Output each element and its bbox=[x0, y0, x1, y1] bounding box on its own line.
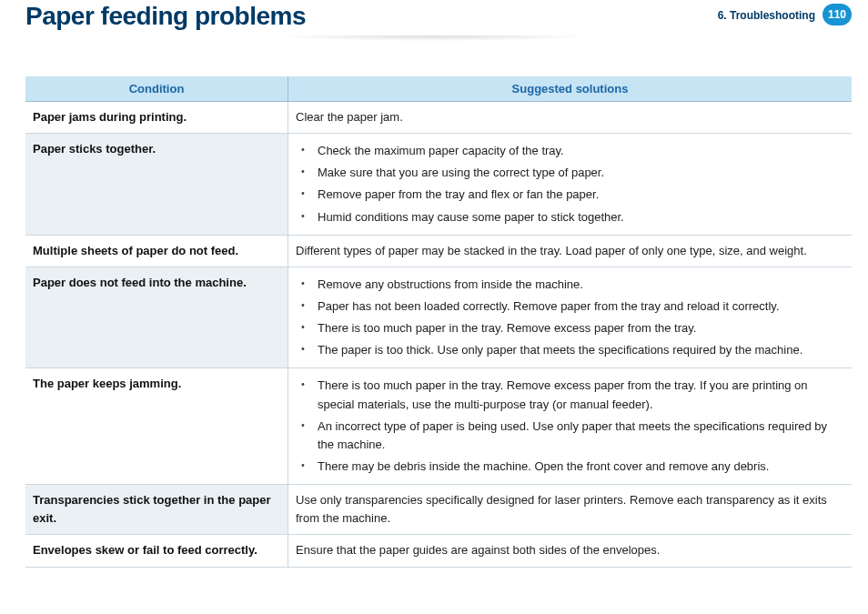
table-row: Paper does not feed into the machine.Rem… bbox=[25, 267, 852, 368]
table-row: Multiple sheets of paper do not feed.Dif… bbox=[25, 235, 852, 267]
condition-cell: Paper jams during printing. bbox=[25, 102, 288, 134]
solution-item: There is too much paper in the tray. Rem… bbox=[310, 317, 844, 339]
solution-cell: Different types of paper may be stacked … bbox=[288, 235, 853, 267]
table-row: Envelopes skew or fail to feed correctly… bbox=[25, 535, 852, 567]
chapter-label: 6. Troubleshooting bbox=[718, 9, 815, 22]
solution-cell: Ensure that the paper guides are against… bbox=[288, 535, 853, 567]
table-row: The paper keeps jamming.There is too muc… bbox=[25, 368, 852, 485]
table-row: Transparencies stick together in the pap… bbox=[25, 485, 852, 535]
condition-cell: Multiple sheets of paper do not feed. bbox=[25, 235, 288, 267]
solution-cell: There is too much paper in the tray. Rem… bbox=[288, 368, 853, 485]
solution-item: Make sure that you are using the correct… bbox=[310, 162, 844, 184]
solution-item: An incorrect type of paper is being used… bbox=[310, 416, 844, 456]
solution-item: There may be debris inside the machine. … bbox=[310, 456, 844, 478]
solution-item: Paper has not been loaded correctly. Rem… bbox=[310, 296, 844, 317]
solution-item: Check the maximum paper capacity of the … bbox=[310, 140, 844, 162]
solution-cell: Remove any obstructions from inside the … bbox=[288, 267, 853, 368]
solution-item: Remove paper from the tray and flex or f… bbox=[310, 184, 844, 206]
column-header-solutions: Suggested solutions bbox=[288, 76, 853, 102]
solution-cell: Use only transparencies specifically des… bbox=[288, 485, 853, 535]
table-row: Paper sticks together.Check the maximum … bbox=[25, 134, 852, 236]
content-area: Condition Suggested solutions Paper jams… bbox=[0, 40, 868, 568]
condition-cell: Paper does not feed into the machine. bbox=[25, 267, 288, 368]
solution-item: The paper is too thick. Use only paper t… bbox=[310, 339, 844, 361]
condition-cell: Paper sticks together. bbox=[25, 134, 288, 236]
solution-cell: Check the maximum paper capacity of the … bbox=[288, 134, 853, 236]
page-header: Paper feeding problems 6. Troubleshootin… bbox=[0, 0, 868, 40]
solution-list: Remove any obstructions from inside the … bbox=[296, 274, 844, 362]
solution-item: Humid conditions may cause some paper to… bbox=[310, 206, 844, 228]
column-header-condition: Condition bbox=[25, 76, 288, 102]
table-body: Paper jams during printing.Clear the pap… bbox=[25, 102, 852, 568]
troubleshooting-table: Condition Suggested solutions Paper jams… bbox=[25, 76, 852, 568]
solution-item: Remove any obstructions from inside the … bbox=[310, 274, 844, 296]
page-number-badge: 110 bbox=[823, 4, 852, 25]
solution-cell: Clear the paper jam. bbox=[288, 102, 853, 134]
solution-item: There is too much paper in the tray. Rem… bbox=[310, 375, 844, 415]
page: Paper feeding problems 6. Troubleshootin… bbox=[0, 0, 868, 614]
solution-list: Check the maximum paper capacity of the … bbox=[296, 140, 844, 228]
solution-list: There is too much paper in the tray. Rem… bbox=[296, 375, 844, 478]
page-title: Paper feeding problems bbox=[25, 0, 306, 31]
condition-cell: Envelopes skew or fail to feed correctly… bbox=[25, 535, 288, 567]
condition-cell: The paper keeps jamming. bbox=[25, 368, 288, 485]
condition-cell: Transparencies stick together in the pap… bbox=[25, 485, 288, 535]
table-row: Paper jams during printing.Clear the pap… bbox=[25, 102, 852, 134]
